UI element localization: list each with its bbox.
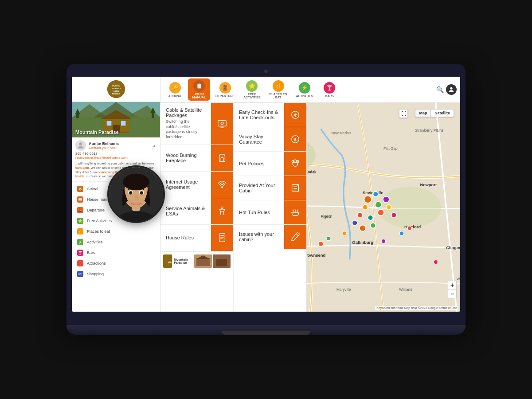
svg-point-106: [434, 260, 438, 264]
svg-point-92: [368, 215, 373, 220]
internet-icon: [211, 172, 233, 198]
host-profile-photo: [107, 165, 165, 223]
sidebar-item-shopping[interactable]: 🛍 Shopping: [72, 269, 160, 279]
sidebar-item-departure-label: Departure: [87, 208, 105, 212]
free-activities-icon: ⭐: [77, 218, 83, 224]
search-button[interactable]: 🔍: [435, 85, 444, 94]
satellite-view-button[interactable]: Satellite: [430, 110, 454, 117]
bars-icon: 🍸: [77, 250, 83, 256]
svg-point-101: [407, 226, 411, 230]
tab-activities-label: ACTIVITIES: [296, 94, 313, 98]
tab-bars[interactable]: 🍸 BARS: [318, 80, 340, 99]
tab-arrival-label: ARRIVAL: [168, 94, 182, 98]
user-profile-button[interactable]: [446, 84, 457, 95]
manual-item-service-animals[interactable]: Service Animals & ESAs: [160, 198, 233, 225]
tab-departure-icon: 🚪: [219, 82, 231, 94]
tab-house-manual-icon: 📋: [193, 80, 205, 92]
tab-places-to-eat[interactable]: 🍴 PLACES TOEAT: [266, 78, 291, 101]
sidebar-item-places-to-eat[interactable]: 🍴 Places to eat: [72, 226, 160, 237]
laptop-device: AUNTIE BELHAM'S CABIN RENTALS: [66, 64, 466, 335]
service-animals-title: Service Animals & ESAs: [166, 206, 206, 216]
arrival-icon: 🏠: [77, 186, 83, 192]
manual-item-early-checkin[interactable]: Early Check-Ins & Late Check-outs $: [234, 103, 306, 127]
cable-icon: [211, 103, 233, 145]
host-contact-label[interactable]: Contact your host: [89, 146, 149, 150]
manual-item-pets[interactable]: Pet Policies: [234, 152, 306, 176]
svg-point-4: [123, 174, 149, 191]
top-nav-bar: 🔑 ARRIVAL 📋 HOUSEMANUAL 🚪 DEPARTURE: [160, 77, 460, 103]
map-view-button[interactable]: Map: [415, 110, 430, 117]
cabin-thumb-logo: MB: [163, 254, 172, 268]
svg-rect-46: [196, 258, 210, 266]
svg-text:Newport: Newport: [420, 182, 437, 187]
svg-point-102: [381, 239, 385, 243]
vacay-guarantee-title: Vacay Stay Guarantee: [239, 134, 279, 145]
issues-icon: [284, 225, 306, 249]
sidebar-logo: AUNTIE BELHAM'S CABIN RENTALS: [72, 77, 160, 102]
manual-item-hot-tub[interactable]: Hot Tub Rules: [234, 200, 306, 225]
tab-arrival[interactable]: 🔑 ARRIVAL: [164, 80, 186, 99]
svg-text:AUNTIE: AUNTIE: [112, 84, 120, 87]
sidebar-item-attractions[interactable]: 📍 Attractions: [72, 258, 160, 269]
svg-point-37: [222, 187, 223, 188]
house-manual-icon: 📖: [77, 196, 83, 203]
vacay-guarantee-icon: $: [284, 127, 306, 151]
host-phone: 865-436-6618: [75, 152, 156, 156]
manual-item-provided[interactable]: Provided At Your Cabin: [234, 176, 306, 200]
sidebar-item-bars[interactable]: 🍸 Bars: [72, 247, 160, 258]
house-rules-title: House Rules: [166, 235, 194, 240]
svg-point-88: [363, 205, 368, 210]
departure-icon: 🚗: [77, 207, 83, 213]
map-zoom-out[interactable]: −: [448, 289, 457, 298]
svg-text:Pigeon: Pigeon: [321, 215, 332, 219]
sidebar-item-activities-label: Activities: [87, 240, 103, 244]
host-collapse[interactable]: ▲: [152, 143, 156, 148]
svg-rect-39: [219, 234, 225, 242]
pets-title: Pet Policies: [239, 161, 264, 166]
tab-places-to-eat-label: PLACES TOEAT: [270, 93, 287, 99]
svg-rect-33: [218, 121, 226, 126]
manual-item-issues[interactable]: Issues with your cabin?: [234, 225, 306, 249]
manual-item-house-rules[interactable]: House Rules: [160, 225, 233, 251]
pets-icon: [284, 152, 306, 176]
svg-text:CABIN: CABIN: [113, 90, 119, 92]
map-buttons: Map Satellite: [415, 109, 454, 117]
manual-item-internet[interactable]: Internet Usage Agreement: [160, 172, 233, 198]
svg-point-31: [79, 142, 82, 145]
tab-house-manual[interactable]: 📋 HOUSEMANUAL: [188, 78, 210, 101]
cabin-thumb-images: [194, 254, 231, 268]
laptop-screen: AUNTIE BELHAM'S CABIN RENTALS: [72, 77, 460, 312]
sidebar-item-activities[interactable]: ⚡ Activities: [72, 237, 160, 247]
internet-title: Internet Usage Agreement: [166, 179, 206, 190]
manual-item-fireplace[interactable]: Wood Burning Fireplace: [160, 145, 233, 172]
tab-departure-label: DEPARTURE: [215, 94, 235, 98]
provided-title: Provided At Your Cabin: [239, 183, 279, 193]
svg-point-104: [318, 241, 324, 246]
map-panel: Coryton New Market Strawberry Plains Fla…: [307, 103, 460, 312]
cable-title: Cable & Satellite Packages: [166, 107, 206, 118]
tab-places-to-eat-icon: 🍴: [273, 80, 284, 92]
svg-text:Hartford: Hartford: [404, 224, 421, 229]
map-expand-button[interactable]: ⛶: [399, 109, 408, 118]
laptop-base: [66, 325, 466, 335]
tab-activities[interactable]: ⚡ ACTIVITIES: [293, 80, 317, 99]
sidebar-item-free-activities-label: Free Activities: [87, 219, 112, 223]
tab-arrival-icon: 🔑: [169, 82, 181, 94]
svg-text:$: $: [294, 137, 296, 142]
host-email[interactable]: reservations@auntiebelhamns.com: [75, 156, 156, 160]
svg-text:New Market: New Market: [331, 131, 351, 135]
tab-bars-label: BARS: [325, 94, 334, 98]
svg-point-10: [141, 192, 143, 193]
sidebar-item-arrival-label: Arrival: [87, 187, 98, 191]
svg-point-9: [130, 192, 132, 193]
svg-text:RENTALS: RENTALS: [112, 93, 120, 95]
tab-departure[interactable]: 🚪 DEPARTURE: [212, 80, 238, 99]
svg-point-97: [360, 225, 366, 231]
manual-item-cable[interactable]: Cable & Satellite Packages Switching the…: [160, 103, 233, 145]
sidebar-item-bars-label: Bars: [87, 250, 95, 255]
manual-item-vacay-guarantee[interactable]: Vacay Stay Guarantee $: [234, 127, 306, 152]
logo-icon: AUNTIE BELHAM'S CABIN RENTALS: [107, 80, 125, 98]
tab-free-activities[interactable]: ⭐ FREEACTIVITIES: [240, 78, 264, 101]
map-zoom-in[interactable]: +: [448, 281, 457, 289]
attractions-icon: 📍: [77, 260, 83, 266]
